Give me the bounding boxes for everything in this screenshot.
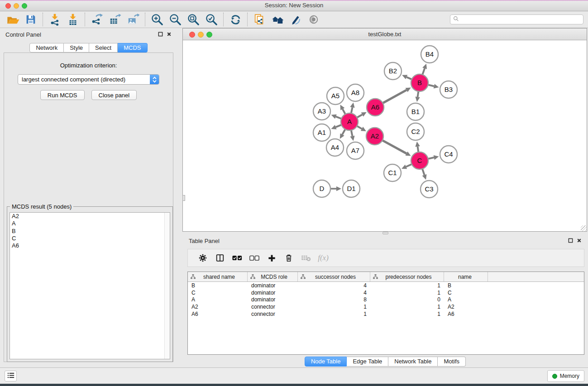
search-icon (453, 15, 459, 24)
result-list-item[interactable]: C (10, 235, 170, 242)
graph-arrowhead-icon (415, 97, 420, 102)
float-table-panel-icon[interactable] (568, 237, 573, 245)
main-toolbar-groups (4, 12, 323, 27)
zoom-in-button[interactable] (148, 12, 166, 27)
desktop-strip (0, 384, 588, 386)
table-cell: 1 (298, 304, 370, 310)
graph-node-label: D (320, 185, 325, 192)
criterion-select[interactable]: largest connected component (directed) (18, 74, 159, 85)
table-row[interactable]: Bdominator41B (188, 282, 584, 289)
graph-node-label: B3 (445, 86, 453, 93)
column-header-MCDS-role[interactable]: MCDS role (248, 272, 298, 281)
table-cell: 8 (298, 296, 370, 303)
table-cell: connector (248, 311, 298, 317)
run-mcds-button[interactable]: Run MCDS (40, 90, 85, 100)
tree-icon (250, 274, 255, 279)
table-cell: 1 (370, 290, 444, 296)
zoom-out-button[interactable] (166, 12, 184, 27)
refresh-network-button[interactable] (226, 12, 244, 27)
add-column-button[interactable] (263, 250, 280, 266)
graph-node-label: B2 (389, 67, 397, 75)
search-input[interactable] (461, 16, 583, 23)
graph-arrowhead-icon (434, 155, 439, 160)
show-details-button[interactable] (305, 12, 323, 27)
tab-network-table[interactable]: Network Table (388, 357, 438, 367)
home-network-button[interactable] (268, 12, 287, 27)
tab-edge-table[interactable]: Edge Table (347, 357, 388, 367)
result-list-item[interactable]: A (10, 220, 170, 227)
window-title: Session: New Session (0, 2, 588, 9)
network-view-window: testGlobe.txt B4B2BB3A5A8A6B1A3AC2A1A2A4… (182, 28, 587, 232)
left-splitter-grip[interactable] (182, 195, 185, 201)
mcds-result-list[interactable]: A2ABCA6 (10, 212, 170, 359)
table-row[interactable]: Adominator80A (188, 296, 584, 304)
graph-node-label: C2 (411, 128, 420, 135)
column-header-predecessor-nodes[interactable]: predecessor nodes (370, 272, 444, 281)
import-network-button[interactable] (46, 12, 64, 27)
column-settings-gear-button[interactable] (194, 250, 211, 266)
column-header-successor-nodes[interactable]: successor nodes (298, 272, 370, 281)
deselect-all-button[interactable] (246, 250, 263, 266)
table-cell: connector (248, 304, 298, 310)
close-table-panel-icon[interactable] (577, 237, 582, 245)
result-list-item[interactable]: A2 (10, 213, 170, 220)
memory-button[interactable]: Memory (547, 370, 584, 382)
tree-icon (191, 274, 196, 279)
result-list-item[interactable]: B (10, 228, 170, 235)
table-row[interactable]: A2connector11A2 (188, 303, 584, 310)
resize-grip-icon[interactable] (581, 225, 587, 231)
network-window-titlebar: testGlobe.txt (183, 29, 587, 40)
graph-node-label: D1 (347, 185, 355, 192)
table-cell: B (444, 282, 488, 289)
delete-column-button[interactable] (280, 250, 297, 266)
export-network-button[interactable] (88, 12, 106, 27)
save-session-button[interactable] (22, 12, 40, 27)
export-image-button[interactable] (124, 12, 142, 27)
list-icon (7, 372, 14, 380)
tab-network[interactable]: Network (29, 43, 64, 52)
clear-table-button (297, 250, 315, 266)
criterion-select-value: largest connected component (directed) (18, 76, 150, 83)
tab-select[interactable]: Select (89, 43, 118, 52)
float-panel-icon[interactable] (158, 30, 163, 38)
network-canvas[interactable]: B4B2BB3A5A8A6B1A3AC2A1A2A4A7C4CC1C3DD1 (183, 40, 587, 231)
hide-details-button[interactable] (287, 12, 305, 27)
graph-arrowhead-icon (336, 186, 341, 191)
network-from-document-button[interactable] (250, 12, 268, 27)
tab-node-table[interactable]: Node Table (305, 357, 347, 367)
mcds-result-group: MCDS result (5 nodes) A2ABCA6 (7, 206, 173, 362)
mcds-result-title: MCDS result (5 nodes) (10, 203, 73, 210)
task-history-button[interactable] (5, 371, 17, 381)
graph-edge-A6-B[interactable] (382, 90, 406, 104)
export-table-button[interactable] (106, 12, 124, 27)
table-row[interactable]: Cdominator41C (188, 289, 584, 296)
zoom-fit-button[interactable] (184, 12, 202, 27)
table-tabs: Node TableEdge TableNetwork TableMotifs (182, 357, 588, 367)
open-session-button[interactable] (4, 12, 22, 27)
tab-style[interactable]: Style (64, 43, 89, 52)
table-cell: dominator (248, 290, 298, 296)
table-cell: A (188, 296, 248, 303)
control-panel-header: Control Panel (0, 28, 177, 41)
close-panel-icon[interactable] (167, 30, 172, 38)
table-cell: 1 (370, 311, 444, 317)
node-table-body: Bdominator41BCdominator41CAdominator80AA… (188, 282, 584, 318)
close-panel-button[interactable]: Close panel (91, 90, 137, 100)
column-header-shared-name[interactable]: shared name (188, 272, 248, 281)
memory-label: Memory (560, 373, 579, 379)
result-list-item[interactable]: A6 (10, 242, 170, 249)
tab-mcds[interactable]: MCDS (118, 43, 147, 52)
result-scrollbar[interactable] (164, 213, 170, 359)
tab-motifs[interactable]: Motifs (438, 357, 466, 367)
import-table-button[interactable] (64, 12, 82, 27)
select-all-button[interactable] (229, 250, 246, 266)
graph-node-label: A1 (318, 129, 326, 136)
column-header-name[interactable]: name (444, 272, 488, 281)
table-panel-title: Table Panel (189, 238, 220, 244)
search-box[interactable] (450, 14, 583, 24)
toolbar-separator (85, 13, 85, 26)
toggle-panes-button[interactable] (211, 250, 229, 266)
table-row[interactable]: A6connector11A6 (188, 310, 584, 318)
graph-edge-A2-C[interactable] (382, 140, 406, 153)
zoom-selected-button[interactable] (202, 12, 220, 27)
